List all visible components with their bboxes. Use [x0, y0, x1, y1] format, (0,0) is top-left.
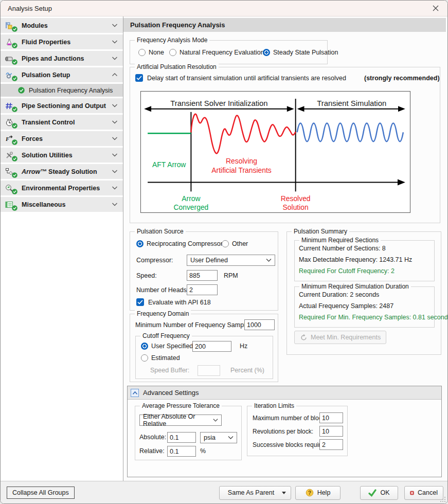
check-badge-icon [12, 156, 17, 161]
sidebar-item-label: Modules [22, 22, 112, 29]
sidebar-item-pulsation-frequency-analysis[interactable]: Pulsation Frequency Analysis [1, 84, 123, 97]
frequency-analysis-mode-group: Frequency Analysis Mode None Natural Fre… [130, 40, 328, 64]
chevron-down-icon [112, 202, 118, 207]
current-duration-value: Current Duration: 2 seconds [299, 291, 379, 298]
max-blocks-label: Maximum number of blocks: [253, 415, 330, 422]
absolute-unit-value: psia [204, 434, 216, 441]
chevron-down-icon [112, 120, 118, 124]
check-badge-icon [12, 76, 17, 81]
radio-estimated-label: Estimated [151, 354, 180, 362]
check-badge-icon [12, 205, 17, 211]
sidebar-item-pipe-sectioning[interactable]: Pipe Sectioning and Output [1, 98, 123, 113]
chevron-down-icon [112, 153, 118, 157]
meet-min-requirements-button[interactable]: Meet Min. Requirements [294, 331, 386, 344]
svg-text:?: ? [308, 490, 311, 496]
same-as-parent-button[interactable]: Same As Parent [219, 486, 291, 500]
actual-frequency-samples-value: Actual Frequency Samples: 2487 [299, 302, 393, 310]
pulsation-source-group: Pulsation Source Reciprocating Compresso… [130, 231, 278, 311]
flowchart-icon [5, 167, 19, 176]
sidebar-item-miscellaneous[interactable]: Miscellaneous [1, 197, 123, 212]
number-of-heads-input[interactable] [187, 284, 218, 295]
speed-label: Speed: [136, 272, 157, 279]
iteration-limits-group: Iteration Limits Maximum number of block… [247, 406, 348, 456]
cancel-button[interactable]: Cancel [404, 486, 443, 500]
speed-input[interactable] [187, 270, 218, 281]
revolutions-per-block-label: Revolutions per block: [253, 428, 313, 435]
tolerance-mode-dropdown[interactable]: Either Absolute Or Relative [139, 415, 222, 426]
radio-other[interactable] [222, 240, 229, 247]
check-circle-icon [18, 87, 25, 94]
radio-user-specified[interactable] [141, 343, 148, 350]
radio-none[interactable] [138, 49, 146, 56]
check-badge-icon [12, 43, 17, 48]
sidebar-item-arrow-steady-solution[interactable]: Arrow™ Steady Solution [1, 164, 123, 179]
relative-tolerance-input[interactable] [167, 446, 196, 457]
delay-transient-checkbox[interactable] [135, 74, 143, 82]
resize-grip[interactable] [440, 497, 445, 502]
radio-user-specified-label: User Specified [151, 343, 193, 350]
group-title: Minimum Required Sections [299, 237, 381, 244]
sidebar-item-pulsation-setup[interactable]: Pulsation Setup [1, 67, 123, 82]
compressor-dropdown[interactable]: User Defined [187, 255, 275, 266]
min-frequency-samples-label: Minimum Number of Frequency Samples: [135, 321, 254, 329]
collapse-all-groups-button[interactable]: Collapse All Groups [7, 487, 75, 499]
successive-blocks-input[interactable] [319, 439, 343, 450]
diagram-aft-arrow-label: AFT Arrow [152, 160, 186, 169]
check-badge-icon [12, 59, 17, 65]
api-618-label: Evaluate with API 618 [148, 299, 211, 306]
chevron-down-icon [266, 258, 272, 262]
radio-reciprocating-compressor[interactable] [136, 240, 144, 247]
ok-button[interactable]: OK [360, 486, 398, 500]
radio-estimated[interactable] [141, 354, 148, 362]
max-blocks-input[interactable] [319, 412, 343, 423]
radio-other-label: Other [232, 240, 248, 247]
chevron-down-icon [228, 436, 234, 440]
min-frequency-samples-input[interactable] [244, 319, 275, 330]
sidebar-item-pipes-junctions[interactable]: Pipes and Junctions [1, 51, 123, 66]
diagram-resolved-label-1: Resolved [281, 194, 311, 203]
chevron-down-icon [112, 103, 118, 108]
help-label: Help [317, 489, 331, 496]
diagram-resolved-label-2: Solution [283, 203, 309, 211]
diagram-left-phase-label: Transient Solver Initialization [170, 99, 267, 107]
api-618-checkbox[interactable] [136, 298, 144, 306]
absolute-tolerance-input[interactable] [167, 432, 196, 443]
sidebar-item-fluid-properties[interactable]: Fluid Properties [1, 34, 123, 49]
sidebar-item-label: Transient Control [22, 119, 112, 126]
collapse-toggle-button[interactable] [131, 389, 139, 397]
sidebar-item-label: Environmental Properties [22, 185, 112, 192]
diagram-resolving-label-1: Resolving [226, 157, 257, 165]
help-icon: ? [306, 489, 314, 497]
absolute-unit-dropdown[interactable]: psia [200, 432, 237, 443]
radio-natural-frequency[interactable] [169, 49, 176, 56]
cutoff-frequency-input[interactable] [192, 341, 231, 352]
pulsation-summary-group: Pulsation Summary Minimum Required Secti… [286, 231, 441, 355]
sidebar-item-solution-utilities[interactable]: Solution Utilities [1, 148, 123, 163]
cancel-icon [410, 489, 414, 497]
revolutions-per-block-input[interactable] [319, 426, 343, 437]
close-icon [433, 5, 439, 11]
check-badge-icon [12, 123, 17, 129]
sidebar-item-environmental-properties[interactable]: Environmental Properties [1, 181, 123, 195]
sidebar-item-transient-control[interactable]: Transient Control [1, 115, 123, 130]
flask-icon [5, 38, 19, 47]
radio-steady-state-pulsation[interactable] [263, 49, 270, 56]
diagram-right-phase-label: Transient Simulation [317, 99, 386, 107]
delay-transient-label: Delay start of transient simulation unti… [147, 75, 346, 82]
sidebar-item-forces[interactable]: F Forces [1, 131, 123, 146]
sidebar-item-label: Pipes and Junctions [22, 55, 112, 62]
absolute-label: Absolute: [139, 434, 166, 441]
refresh-icon [300, 334, 308, 341]
sidebar-item-label: Forces [22, 135, 112, 142]
help-button[interactable]: ? Help [295, 486, 341, 500]
transient-resolution-diagram: Transient Solver Initialization Transien… [140, 91, 410, 213]
close-button[interactable] [424, 1, 447, 16]
chevron-down-icon [112, 186, 118, 190]
sidebar-item-modules[interactable]: Modules [1, 18, 123, 33]
required-cutoff-frequency-value: Required For Cutoff Frequency: 2 [299, 267, 395, 275]
artificial-pulsation-resolution-group: Artificial Pulsation Resolution Delay st… [130, 67, 440, 223]
force-icon: F [5, 134, 19, 143]
speed-unit-label: RPM [224, 272, 238, 279]
same-as-parent-label: Same As Parent [228, 489, 274, 496]
radio-none-label: None [149, 49, 164, 56]
